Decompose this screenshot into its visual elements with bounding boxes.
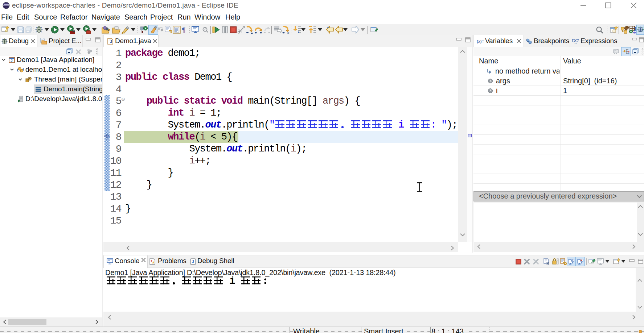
svg-text:J: J <box>192 259 194 264</box>
svg-text:(x)=: (x)= <box>477 39 484 43</box>
svg-text:J: J <box>633 26 636 32</box>
svg-text:x=: x= <box>574 42 577 45</box>
svg-text:J: J <box>110 39 112 44</box>
svg-text:J: J <box>11 59 13 63</box>
svg-text:¶: ¶ <box>182 26 185 33</box>
